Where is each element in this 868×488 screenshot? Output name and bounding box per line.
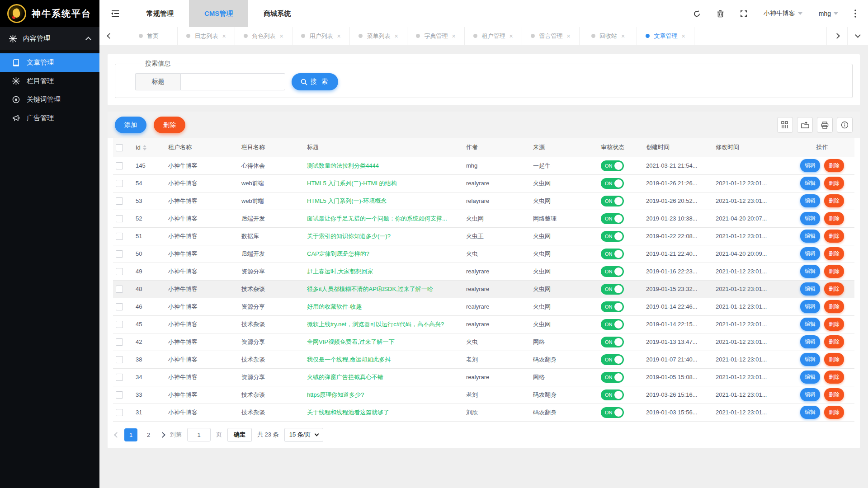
row-delete-button[interactable]: 删除: [824, 194, 844, 207]
close-icon[interactable]: ×: [279, 33, 283, 39]
row-checkbox[interactable]: [116, 250, 123, 258]
row-checkbox[interactable]: [116, 356, 123, 363]
page-number-2[interactable]: 2: [142, 428, 155, 441]
row-delete-button[interactable]: 删除: [824, 282, 844, 296]
select-all-checkbox[interactable]: [116, 144, 123, 151]
collapse-sidebar-icon[interactable]: [99, 0, 131, 27]
page-tab-2[interactable]: 角色列表×: [235, 27, 292, 45]
goto-page-input[interactable]: [187, 428, 211, 441]
close-icon[interactable]: ×: [566, 33, 570, 39]
user-dropdown[interactable]: mhg: [819, 10, 838, 17]
article-title-link[interactable]: HTML5 入门系列(一)-环境概念: [307, 197, 387, 204]
info-icon[interactable]: [837, 117, 853, 133]
article-title-link[interactable]: 火绒的弹窗广告拦截真心不错: [307, 374, 383, 380]
refresh-icon[interactable]: [693, 10, 701, 18]
top-nav-tab-2[interactable]: 商城系统: [248, 0, 306, 27]
edit-button[interactable]: 编辑: [800, 194, 820, 207]
close-icon[interactable]: ×: [681, 33, 685, 39]
status-toggle[interactable]: ON: [601, 231, 624, 242]
edit-button[interactable]: 编辑: [800, 371, 820, 384]
sidebar-item-1[interactable]: 栏目管理: [0, 72, 99, 90]
sort-icon[interactable]: [143, 145, 146, 150]
row-delete-button[interactable]: 删除: [824, 353, 844, 366]
row-checkbox[interactable]: [116, 180, 123, 187]
close-icon[interactable]: ×: [394, 33, 398, 39]
status-toggle[interactable]: ON: [601, 266, 624, 277]
close-icon[interactable]: ×: [337, 33, 340, 39]
edit-button[interactable]: 编辑: [800, 247, 820, 260]
status-toggle[interactable]: ON: [601, 196, 624, 206]
article-title-link[interactable]: 关于索引的知识你知道多少(一)?: [307, 233, 391, 239]
edit-button[interactable]: 编辑: [800, 406, 820, 419]
top-nav-tab-0[interactable]: 常规管理: [131, 0, 189, 27]
page-tab-0[interactable]: 首页: [120, 27, 178, 45]
article-title-link[interactable]: 全网VIP视频免费看,过来了解一下: [307, 338, 395, 345]
sidebar-item-0[interactable]: 文章管理: [0, 53, 99, 72]
edit-button[interactable]: 编辑: [800, 265, 820, 278]
page-tab-8[interactable]: 回收站×: [580, 27, 637, 45]
article-title-link[interactable]: 我仅是一个线程,命运却如此多舛: [307, 356, 391, 363]
row-delete-button[interactable]: 删除: [824, 230, 844, 243]
status-toggle[interactable]: ON: [601, 178, 624, 189]
close-icon[interactable]: ×: [509, 33, 513, 39]
trash-icon[interactable]: [717, 10, 724, 18]
row-checkbox[interactable]: [116, 321, 123, 328]
edit-button[interactable]: 编辑: [800, 353, 820, 366]
row-checkbox[interactable]: [116, 374, 123, 381]
status-toggle[interactable]: ON: [601, 407, 624, 418]
tabs-scroll-right-button[interactable]: [826, 27, 847, 45]
column-header-id[interactable]: Id: [133, 138, 165, 157]
sidebar-group-content-management[interactable]: 内容管理: [0, 27, 99, 50]
page-tab-7[interactable]: 留言管理×: [522, 27, 580, 45]
page-tab-1[interactable]: 日志列表×: [178, 27, 235, 45]
sidebar-item-3[interactable]: 广告管理: [0, 109, 99, 127]
row-checkbox[interactable]: [116, 286, 123, 293]
article-title-link[interactable]: 赶上春运时,大家都想回家: [307, 268, 373, 275]
tabs-menu-button[interactable]: [847, 27, 868, 45]
next-page-button[interactable]: [160, 433, 165, 437]
row-checkbox[interactable]: [116, 268, 123, 275]
status-toggle[interactable]: ON: [601, 213, 624, 224]
row-checkbox[interactable]: [116, 338, 123, 346]
article-title-link[interactable]: CAP定律到底是怎样的?: [307, 250, 369, 257]
close-icon[interactable]: ×: [222, 33, 226, 39]
row-checkbox[interactable]: [116, 197, 123, 205]
edit-button[interactable]: 编辑: [800, 230, 820, 243]
status-toggle[interactable]: ON: [601, 337, 624, 347]
edit-button[interactable]: 编辑: [800, 318, 820, 331]
add-button[interactable]: 添加: [115, 117, 146, 133]
row-delete-button[interactable]: 删除: [824, 406, 844, 419]
status-toggle[interactable]: ON: [601, 372, 624, 383]
status-toggle[interactable]: ON: [601, 319, 624, 330]
row-delete-button[interactable]: 删除: [824, 335, 844, 348]
status-toggle[interactable]: ON: [601, 354, 624, 365]
close-icon[interactable]: ×: [452, 33, 455, 39]
close-icon[interactable]: ×: [621, 33, 625, 39]
page-tab-6[interactable]: 租户管理×: [465, 27, 522, 45]
status-toggle[interactable]: ON: [601, 160, 624, 171]
article-title-link[interactable]: 面试最让你手足无措的一个问题：你的系统如何支撑...: [307, 215, 447, 222]
page-size-select[interactable]: 15 条/页: [284, 428, 324, 442]
edit-button[interactable]: 编辑: [800, 282, 820, 296]
row-delete-button[interactable]: 删除: [824, 212, 844, 225]
prev-page-button[interactable]: [115, 433, 119, 437]
more-menu-icon[interactable]: [854, 9, 856, 18]
article-title-link[interactable]: 很多it人员都模糊不清的API和SDK,过来了解一哈: [307, 286, 433, 292]
row-checkbox[interactable]: [116, 233, 123, 240]
row-delete-button[interactable]: 删除: [824, 265, 844, 278]
article-title-link[interactable]: 关于线程和线程池看这篇就够了: [307, 409, 389, 416]
row-checkbox[interactable]: [116, 215, 123, 222]
article-title-link[interactable]: 测试数量的法拉利分类4444: [307, 162, 379, 169]
article-title-link[interactable]: HTML5 入门系列(二)-HTML的结构: [307, 180, 397, 187]
goto-confirm-button[interactable]: 确定: [227, 428, 252, 442]
top-nav-tab-1[interactable]: CMS管理: [189, 0, 248, 27]
row-delete-button[interactable]: 删除: [824, 159, 844, 172]
edit-button[interactable]: 编辑: [800, 388, 820, 401]
row-delete-button[interactable]: 删除: [824, 388, 844, 401]
row-delete-button[interactable]: 删除: [824, 247, 844, 260]
article-title-link[interactable]: https原理你知道多少?: [307, 391, 364, 398]
columns-icon[interactable]: [777, 117, 793, 133]
row-delete-button[interactable]: 删除: [824, 177, 844, 190]
status-toggle[interactable]: ON: [601, 301, 624, 312]
page-tab-5[interactable]: 字典管理×: [407, 27, 465, 45]
